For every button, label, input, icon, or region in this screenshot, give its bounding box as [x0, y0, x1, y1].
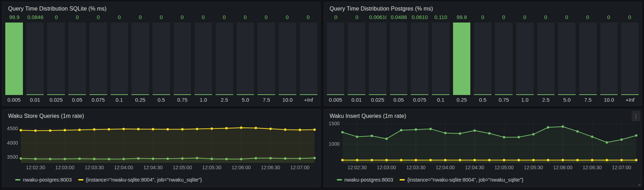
bar[interactable]: [68, 23, 86, 95]
panel-header[interactable]: Query Time Distribution Postgres (% ms): [327, 4, 639, 13]
bar[interactable]: [390, 23, 408, 95]
series-point[interactable]: [429, 159, 432, 162]
series-point[interactable]: [459, 132, 461, 135]
series-point[interactable]: [576, 130, 578, 133]
series-point[interactable]: [635, 134, 637, 137]
bar[interactable]: [411, 23, 428, 95]
series-point[interactable]: [181, 128, 184, 131]
bar[interactable]: [474, 23, 491, 95]
bar[interactable]: [516, 23, 534, 95]
series-point[interactable]: [473, 159, 476, 162]
series-point[interactable]: [576, 159, 578, 162]
bar-gauge-viz[interactable]: 99.90.084600000000000000.0050.010.0250.0…: [5, 13, 317, 103]
panel-header[interactable]: Waku Insert Queries (1m rate): [327, 112, 639, 121]
bar[interactable]: [369, 23, 386, 95]
series-point[interactable]: [635, 159, 637, 162]
legend-item[interactable]: nwaku-postgres:8003: [337, 177, 394, 183]
legend-item[interactable]: {instance="nwaku-sqlite:8004", job="nwak…: [78, 177, 202, 183]
kebab-menu-icon[interactable]: ⋮: [632, 111, 640, 121]
series-point[interactable]: [444, 159, 446, 162]
series-point[interactable]: [591, 135, 593, 138]
series-point[interactable]: [284, 128, 286, 131]
bar[interactable]: [5, 23, 23, 95]
bar[interactable]: [153, 23, 170, 95]
bar[interactable]: [327, 23, 345, 95]
series-point[interactable]: [488, 132, 490, 135]
series-point[interactable]: [196, 128, 198, 130]
bar[interactable]: [111, 23, 128, 95]
series-point[interactable]: [532, 133, 534, 135]
series-point[interactable]: [518, 136, 520, 138]
bar[interactable]: [174, 23, 191, 95]
series-point[interactable]: [444, 132, 446, 134]
series-point[interactable]: [34, 129, 37, 132]
series-point[interactable]: [547, 126, 549, 129]
series-point[interactable]: [606, 159, 608, 162]
series-point[interactable]: [225, 127, 228, 129]
series-point[interactable]: [606, 141, 608, 144]
series-point[interactable]: [108, 128, 110, 131]
series-point[interactable]: [415, 159, 417, 162]
legend-item[interactable]: {instance="nwaku-sqlite:8004", job="nwak…: [400, 177, 523, 183]
series-point[interactable]: [385, 138, 388, 140]
series-point[interactable]: [137, 128, 140, 131]
bar[interactable]: [600, 23, 618, 95]
bar[interactable]: [258, 23, 275, 95]
series-point[interactable]: [620, 138, 623, 141]
series-point[interactable]: [473, 129, 476, 132]
bar[interactable]: [621, 23, 639, 95]
series-point[interactable]: [591, 159, 593, 162]
series-point[interactable]: [562, 125, 564, 128]
series-point[interactable]: [518, 159, 520, 162]
series-point[interactable]: [385, 159, 388, 162]
bar[interactable]: [194, 23, 212, 95]
series-point[interactable]: [341, 159, 343, 162]
series-point[interactable]: [503, 136, 505, 139]
series-point[interactable]: [167, 128, 169, 131]
series-point[interactable]: [503, 159, 505, 162]
bar[interactable]: [89, 23, 107, 95]
timeseries-viz[interactable]: 1500100012:02:3012:03:0012:03:3012:04:00…: [327, 121, 639, 184]
series-point[interactable]: [240, 127, 242, 129]
series-point[interactable]: [49, 129, 51, 132]
series-point[interactable]: [620, 159, 623, 162]
series-point[interactable]: [299, 129, 301, 131]
series-point[interactable]: [459, 159, 461, 162]
series-point[interactable]: [64, 129, 66, 132]
timeseries-chart-area[interactable]: 45004000350012:02:3012:03:0012:03:3012:0…: [5, 121, 317, 176]
resize-corner-icon[interactable]: [638, 183, 640, 186]
bar[interactable]: [131, 23, 149, 95]
series-point[interactable]: [547, 159, 549, 162]
series-point[interactable]: [488, 159, 490, 162]
series-point[interactable]: [270, 128, 272, 130]
series-point[interactable]: [78, 129, 81, 131]
series-point[interactable]: [400, 129, 402, 132]
timeseries-plot[interactable]: 45004000350012:02:3012:03:0012:03:3012:0…: [5, 121, 317, 172]
series-point[interactable]: [532, 159, 534, 162]
series-point[interactable]: [341, 131, 343, 133]
series-point[interactable]: [356, 159, 358, 162]
series-point[interactable]: [371, 159, 373, 162]
timeseries-plot[interactable]: 1500100012:02:3012:03:0012:03:3012:04:00…: [327, 121, 639, 172]
bar[interactable]: [348, 23, 365, 95]
legend-item[interactable]: nwaku-postgres:8003: [15, 177, 72, 183]
bar[interactable]: [237, 23, 254, 95]
bar[interactable]: [26, 23, 44, 95]
series-point[interactable]: [93, 128, 95, 131]
series-point[interactable]: [123, 128, 125, 130]
bar[interactable]: [453, 23, 471, 95]
bar-gauge-viz[interactable]: 000.006100.04880.06100.11099.8000000000.…: [327, 13, 639, 103]
panel-header[interactable]: Waku Store Queries (1m rate): [5, 112, 317, 121]
bar[interactable]: [216, 23, 233, 95]
series-point[interactable]: [152, 128, 154, 131]
series-point[interactable]: [400, 159, 402, 162]
bar[interactable]: [432, 23, 450, 95]
series-point[interactable]: [371, 135, 373, 137]
series-point[interactable]: [211, 127, 213, 130]
timeseries-chart-area[interactable]: 1500100012:02:3012:03:0012:03:3012:04:00…: [327, 121, 639, 176]
timeseries-viz[interactable]: 45004000350012:02:3012:03:0012:03:3012:0…: [5, 121, 317, 184]
series-point[interactable]: [356, 135, 358, 138]
series-point[interactable]: [429, 128, 432, 130]
bar[interactable]: [279, 23, 296, 95]
bar[interactable]: [47, 23, 65, 95]
